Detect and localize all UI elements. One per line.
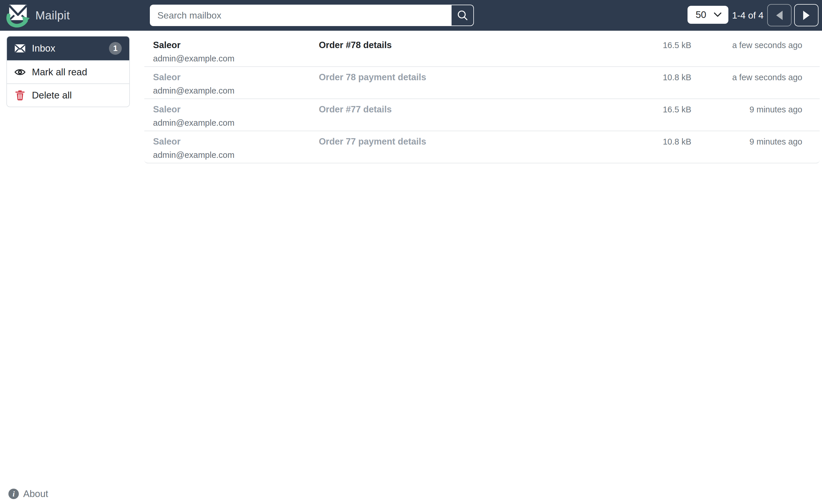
magnifier-icon (457, 10, 468, 21)
message-size: 10.8 kB (628, 137, 691, 147)
caret-left-icon (775, 10, 784, 21)
message-subject: Order 77 payment details (319, 136, 628, 147)
message-timestamp: 9 minutes ago (691, 105, 802, 114)
search-button[interactable] (451, 5, 474, 26)
message-from-name: Saleor (153, 72, 319, 83)
message-from-email: admin@example.com (153, 54, 802, 63)
message-row[interactable]: Saleor Order 77 payment details 10.8 kB … (144, 131, 820, 163)
message-from-name: Saleor (153, 104, 319, 115)
brand-title: Mailpit (35, 9, 70, 22)
info-circle-icon: i (8, 488, 19, 499)
unread-count-badge: 1 (109, 42, 122, 55)
page-size-value: 50 (696, 9, 714, 20)
mailbox-sidebar: Inbox 1 Mark all read Delete all (6, 36, 130, 107)
message-subject: Order 78 payment details (319, 72, 628, 83)
message-from-name: Saleor (153, 136, 319, 147)
message-subject: Order #78 details (319, 40, 628, 50)
message-size: 10.8 kB (628, 73, 691, 82)
message-row[interactable]: Saleor Order #77 details 16.5 kB 9 minut… (144, 99, 820, 131)
sidebar-item-label: Mark all read (32, 67, 122, 78)
message-row[interactable]: Saleor Order #78 details 16.5 kB a few s… (144, 35, 820, 67)
search-input[interactable] (150, 5, 451, 26)
message-timestamp: a few seconds ago (691, 41, 802, 50)
sidebar-item-inbox[interactable]: Inbox 1 (7, 36, 129, 60)
brand-link[interactable]: Mailpit (5, 1, 70, 30)
message-from-email: admin@example.com (153, 118, 802, 128)
eye-icon (14, 68, 25, 76)
next-page-button[interactable] (794, 4, 819, 26)
pagination-range: 1-4 of 4 (733, 0, 762, 31)
svg-text:i: i (12, 490, 15, 498)
chevron-down-icon (714, 12, 722, 17)
sidebar-item-label: Delete all (32, 90, 122, 101)
about-link[interactable]: i About (8, 488, 48, 499)
message-from-email: admin@example.com (153, 86, 802, 96)
top-navbar: Mailpit 50 1-4 of 4 (0, 0, 822, 31)
sidebar-item-label: Inbox (32, 43, 109, 54)
search-bar (150, 5, 474, 26)
sidebar-item-delete-all[interactable]: Delete all (7, 83, 129, 107)
message-timestamp: a few seconds ago (691, 73, 802, 82)
message-timestamp: 9 minutes ago (691, 137, 802, 147)
prev-page-button[interactable] (767, 4, 792, 26)
sidebar-item-mark-all-read[interactable]: Mark all read (7, 60, 129, 83)
message-size: 16.5 kB (628, 105, 691, 114)
about-label: About (23, 488, 48, 499)
trash-icon (14, 90, 25, 101)
message-subject: Order #77 details (319, 104, 628, 115)
caret-right-icon (802, 10, 811, 21)
envelope-icon (14, 44, 25, 53)
page-size-select[interactable]: 50 (688, 6, 728, 24)
message-list: Saleor Order #78 details 16.5 kB a few s… (144, 31, 820, 163)
message-from-email: admin@example.com (153, 150, 802, 160)
mailpit-logo-icon (5, 1, 31, 30)
message-from-name: Saleor (153, 40, 319, 50)
message-row[interactable]: Saleor Order 78 payment details 10.8 kB … (144, 67, 820, 99)
message-size: 16.5 kB (628, 41, 691, 50)
